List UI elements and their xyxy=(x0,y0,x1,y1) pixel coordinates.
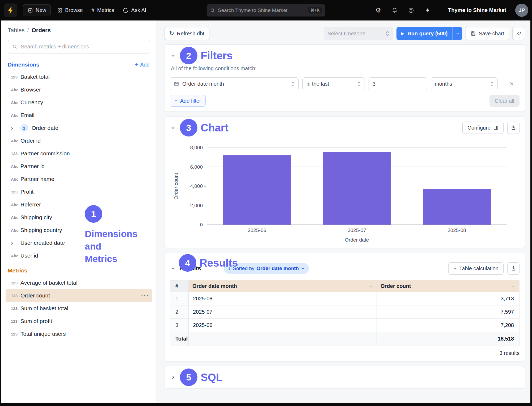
dimension-browser[interactable]: AbcBrowser xyxy=(6,83,152,96)
column-header-order-date-month[interactable]: Order date month xyxy=(189,280,377,292)
notifications-button[interactable] xyxy=(389,5,400,16)
collapse-chart-icon[interactable] xyxy=(170,125,176,130)
filter-field-select[interactable]: Order date month xyxy=(170,77,299,90)
dimension-profit[interactable]: 123Profit xyxy=(6,185,152,198)
hash-icon: # xyxy=(91,7,95,14)
help-button[interactable] xyxy=(406,5,416,16)
global-search[interactable]: ⌘+K xyxy=(207,4,325,16)
dimension-user-id[interactable]: AbcUser id xyxy=(6,249,152,262)
metric-order-count[interactable]: 123Order count··· xyxy=(6,289,152,302)
number-type-icon: 123 xyxy=(11,293,20,298)
dimension-shipping-country[interactable]: AbcShipping country xyxy=(6,224,152,237)
layout-panel-icon xyxy=(493,125,499,130)
global-search-input[interactable] xyxy=(218,7,305,13)
number-type-icon: 123 xyxy=(11,190,20,194)
browse-button[interactable]: Browse xyxy=(53,5,87,16)
dimension-partner-id[interactable]: AbcPartner id xyxy=(6,160,152,173)
dimension-order-date[interactable]: ›1Order date xyxy=(6,122,152,134)
remove-filter-button[interactable]: × xyxy=(506,78,517,89)
y-axis-label: Order count xyxy=(171,148,181,225)
y-tick-label: 2,000 xyxy=(190,203,203,209)
collapse-results-icon[interactable] xyxy=(170,266,176,271)
bar-2025-07[interactable] xyxy=(323,152,391,225)
metric-total-unique-users[interactable]: 123Total unique users xyxy=(6,328,152,340)
sql-card: 5 SQL xyxy=(164,366,525,388)
dimension-basket-total[interactable]: 123Basket total xyxy=(6,71,152,83)
metric-sum-of-basket-total[interactable]: 123Sum of basket total xyxy=(6,302,152,315)
column-header-order-count[interactable]: Order count xyxy=(377,280,520,292)
share-icon xyxy=(511,125,516,130)
search-icon xyxy=(12,44,18,49)
chevron-right-icon[interactable]: › xyxy=(11,125,20,131)
sidebar-search-input[interactable] xyxy=(21,44,146,50)
explore-sidebar: Tables / Orders Dimensions + Add 123Bask… xyxy=(1,20,157,403)
chevron-down-icon[interactable] xyxy=(511,284,516,288)
dimension-email[interactable]: AbcEmail xyxy=(6,109,152,122)
whats-new-button[interactable]: ✦ xyxy=(422,5,433,16)
filter-value-input[interactable] xyxy=(369,77,427,90)
ask-ai-button[interactable]: Ask AI xyxy=(119,5,151,16)
settings-button[interactable]: ⚙ xyxy=(373,5,383,16)
refresh-icon: ↻ xyxy=(169,30,174,37)
filter-unit-select[interactable]: months xyxy=(431,77,498,90)
more-options-icon[interactable]: ··· xyxy=(141,292,149,299)
table-row[interactable]: 1 2025-08 3,713 xyxy=(170,292,520,305)
plus-icon: + xyxy=(135,62,138,68)
dimension-referrer[interactable]: AbcReferrer xyxy=(6,198,152,211)
dimension-partner-commission[interactable]: 123Partner commission xyxy=(6,147,152,160)
share-link-button[interactable] xyxy=(512,27,525,40)
save-chart-button[interactable]: Save chart xyxy=(466,27,509,40)
table-row[interactable]: 3 2025-06 7,208 xyxy=(170,319,520,332)
y-tick-label: 8,000 xyxy=(190,145,203,151)
workspace-name[interactable]: Thyme to Shine Market xyxy=(445,7,509,13)
string-type-icon: Abc xyxy=(11,202,20,207)
filter-operator-select[interactable]: in the last xyxy=(302,77,365,90)
app-logo[interactable] xyxy=(4,3,17,17)
dimension-currency[interactable]: AbcCurrency xyxy=(6,96,152,109)
add-dimension-button[interactable]: + Add xyxy=(135,62,150,68)
filter-value-field[interactable] xyxy=(369,81,427,87)
chevron-right-icon[interactable]: › xyxy=(11,239,20,246)
metric-sum-of-profit[interactable]: 123Sum of profit xyxy=(6,315,152,328)
selected-count-badge: 1 xyxy=(20,124,28,132)
avatar[interactable]: JP xyxy=(515,4,528,17)
table-calculation-button[interactable]: + Table calculation xyxy=(448,262,504,275)
dimension-user-created-date[interactable]: ›User created date xyxy=(6,237,152,249)
chart-bars xyxy=(207,148,507,225)
dimension-shipping-city[interactable]: AbcShipping city xyxy=(6,211,152,224)
export-results-button[interactable] xyxy=(507,262,520,275)
add-filter-button[interactable]: + Add filter xyxy=(170,95,206,107)
help-icon xyxy=(408,7,414,13)
refresh-dbt-button[interactable]: ↻ Refresh dbt xyxy=(164,27,209,40)
metrics-button[interactable]: # Metrics xyxy=(87,5,119,16)
collapse-filters-icon[interactable] xyxy=(170,53,176,58)
timezone-select[interactable]: Select timezone xyxy=(324,27,393,40)
results-title: Results xyxy=(180,265,201,272)
metric-average-of-basket-total[interactable]: 123Average of basket total xyxy=(6,276,152,289)
filters-subtitle: All of the following conditions match: xyxy=(171,65,520,72)
clear-all-button[interactable]: Clear all xyxy=(489,95,520,107)
bar-2025-06[interactable] xyxy=(223,155,291,225)
dimension-order-id[interactable]: AbcOrder id xyxy=(6,134,152,147)
export-chart-button[interactable] xyxy=(507,122,520,134)
y-tick-label: 4,000 xyxy=(190,183,203,189)
run-query-button[interactable]: ▶ Run query (500) xyxy=(396,27,453,40)
dimension-partner-name[interactable]: AbcPartner name xyxy=(6,173,152,185)
breadcrumb-tables[interactable]: Tables xyxy=(8,27,25,34)
number-type-icon: 123 xyxy=(11,332,20,336)
new-button[interactable]: New xyxy=(23,4,51,16)
sorted-by-pill[interactable]: ↓ Sorted by Order date month xyxy=(224,263,309,274)
filters-card: 2 Filters All of the following condition… xyxy=(164,44,525,112)
bar-2025-08[interactable] xyxy=(423,189,491,225)
table-row[interactable]: 2 2025-07 7,597 xyxy=(170,305,520,319)
chart-section-title: Chart xyxy=(201,122,228,134)
annotation-5-circle: 5 xyxy=(180,368,197,386)
results-count: 3 results xyxy=(170,350,520,356)
chevron-down-icon[interactable] xyxy=(369,284,373,288)
configure-button[interactable]: Configure xyxy=(462,122,504,134)
x-tick-label: 2025-06 xyxy=(207,227,307,233)
sidebar-search[interactable] xyxy=(8,40,150,53)
expand-sql-icon[interactable] xyxy=(170,374,176,380)
run-query-dropdown-button[interactable] xyxy=(452,27,462,40)
chart-xticks: 2025-062025-072025-08 xyxy=(207,227,507,233)
